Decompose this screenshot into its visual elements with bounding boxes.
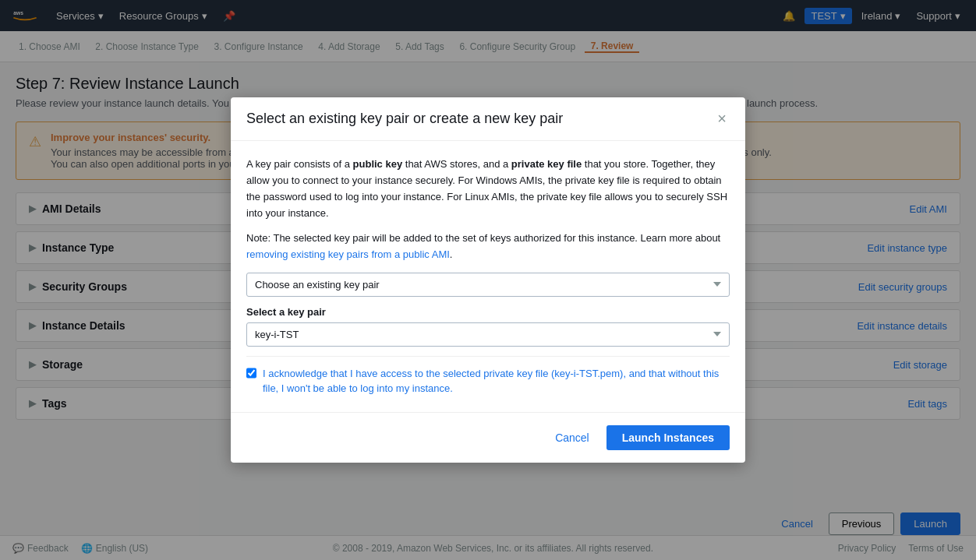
- modal-footer: Cancel Launch Instances: [231, 412, 745, 438]
- key-pair-select-group: Select a key pair key-i-TST key-i-DEV ke…: [246, 306, 730, 347]
- modal-overlay: Select an existing key pair or create a …: [0, 0, 976, 438]
- modal-close-button[interactable]: ×: [714, 110, 730, 128]
- acknowledge-row: I acknowledge that I have access to the …: [246, 366, 730, 396]
- modal-cancel-button[interactable]: Cancel: [546, 425, 599, 438]
- modal-note: Note: The selected key pair will be adde…: [246, 231, 730, 263]
- modal-launch-button[interactable]: Launch Instances: [606, 425, 730, 438]
- modal-note-suffix: .: [450, 248, 453, 260]
- modal-description-1: A key pair consists of a public key that…: [246, 157, 730, 221]
- key-pair-select-label: Select a key pair: [246, 306, 730, 318]
- modal-title: Select an existing key pair or create a …: [246, 111, 563, 127]
- modal-note-text: Note: The selected key pair will be adde…: [246, 232, 720, 244]
- modal-body: A key pair consists of a public key that…: [231, 141, 745, 412]
- acknowledge-label: I acknowledge that I have access to the …: [263, 366, 730, 396]
- modal-divider: [246, 356, 730, 357]
- key-pair-modal: Select an existing key pair or create a …: [231, 97, 745, 438]
- acknowledge-checkbox[interactable]: [246, 368, 256, 379]
- key-pair-select[interactable]: key-i-TST key-i-DEV key-i-PROD: [246, 322, 730, 347]
- key-pair-type-group: Choose an existing key pair Create a new…: [246, 273, 730, 297]
- modal-header: Select an existing key pair or create a …: [231, 97, 745, 141]
- modal-note-link[interactable]: removing existing key pairs from a publi…: [246, 248, 450, 260]
- key-pair-type-select[interactable]: Choose an existing key pair Create a new…: [246, 273, 730, 297]
